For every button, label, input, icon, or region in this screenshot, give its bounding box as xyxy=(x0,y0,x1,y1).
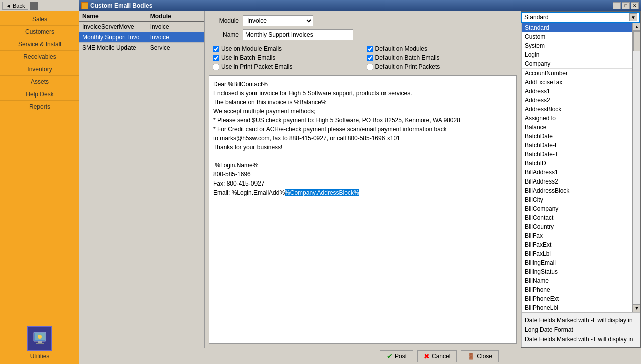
checkbox-default-modules: Default on Modules xyxy=(367,45,513,52)
list-item[interactable]: Company xyxy=(522,59,632,68)
list-item[interactable]: BillPhoneLbl xyxy=(522,303,632,312)
checkbox-use-print: Use in Print Packet Emails xyxy=(213,63,359,70)
title-bar: Custom Email Bodies — □ ✕ xyxy=(79,0,641,11)
checkbox-use-module: Use on Module Emails xyxy=(213,45,359,52)
list-item[interactable]: AccountNumber xyxy=(522,69,632,78)
table-header: Name Module xyxy=(79,11,204,22)
list-item[interactable]: AddExciseTax xyxy=(522,78,632,87)
row-module: Service xyxy=(147,43,204,53)
email-line: Dear %BillContact% xyxy=(213,80,512,89)
default-batch-label: Default on Batch Emails xyxy=(375,54,440,61)
table-row[interactable]: Monthly Support Invo Invoice xyxy=(79,32,204,43)
list-item[interactable]: Balance xyxy=(522,123,632,132)
dropdown-list[interactable]: Standard Custom System Login Company Acc… xyxy=(521,23,632,312)
email-body[interactable]: Dear %BillContact% Enclosed is your invo… xyxy=(209,75,517,344)
bottom-toolbar: ✔ Post ✖ Cancel 🚪 Close xyxy=(159,348,641,364)
list-item[interactable]: BillFaxExt xyxy=(522,240,632,249)
list-item[interactable]: Address2 xyxy=(522,96,632,105)
list-item[interactable]: BillAddress1 xyxy=(522,168,632,177)
main-window: Custom Email Bodies — □ ✕ Name Module In… xyxy=(79,0,641,364)
email-line: %Login.Name% xyxy=(213,161,512,170)
back-button[interactable]: ◄ Back xyxy=(2,2,28,10)
scroll-up-button[interactable]: ▲ xyxy=(633,23,640,31)
email-line: Enclosed is your invoice for High 5 Soft… xyxy=(213,89,512,98)
window-title: Custom Email Bodies xyxy=(90,2,152,9)
use-print-checkbox[interactable] xyxy=(213,64,219,70)
list-item[interactable]: Standard xyxy=(522,23,632,32)
sidebar-item-receivables[interactable]: Receivables xyxy=(0,51,79,63)
list-item[interactable]: Address1 xyxy=(522,87,632,96)
list-item[interactable]: BillAddress2 xyxy=(522,177,632,186)
svg-point-4 xyxy=(38,335,42,339)
default-modules-checkbox[interactable] xyxy=(367,46,373,52)
list-item[interactable]: BillingStatus xyxy=(522,267,632,276)
close-button[interactable]: 🚪 Close xyxy=(461,350,499,362)
close-window-button[interactable]: ✕ xyxy=(631,2,639,9)
list-item[interactable]: BatchDate xyxy=(522,132,632,141)
list-item[interactable]: BillCompany xyxy=(522,204,632,213)
list-item[interactable]: BillAddressBlock xyxy=(522,186,632,195)
sidebar-item-service[interactable]: Service & Install xyxy=(0,38,79,51)
dropdown-search-field[interactable]: Standard ▼ xyxy=(521,12,640,23)
name-input[interactable] xyxy=(243,29,353,40)
use-module-checkbox[interactable] xyxy=(213,46,219,52)
list-item[interactable]: BillPhoneExt xyxy=(522,294,632,303)
module-select[interactable]: Invoice xyxy=(243,15,313,26)
scroll-thumb[interactable] xyxy=(633,31,640,51)
default-batch-checkbox[interactable] xyxy=(367,55,373,61)
list-item[interactable]: BillCity xyxy=(522,195,632,204)
list-item[interactable]: BillName xyxy=(522,276,632,285)
row-name: Monthly Support Invo xyxy=(79,32,147,42)
sidebar-item-customers[interactable]: Customers xyxy=(0,26,79,38)
name-row: Name xyxy=(209,29,517,40)
list-item[interactable]: BatchID xyxy=(522,159,632,168)
sidebar-nav: Sales Customers Service & Install Receiv… xyxy=(0,11,79,115)
utilities-icon[interactable] xyxy=(27,326,52,351)
form-area: Module Invoice Name Use on Module Emails… xyxy=(205,11,521,348)
list-item[interactable]: BatchDate-L xyxy=(522,141,632,150)
list-item[interactable]: BillCountry xyxy=(522,222,632,231)
table-row[interactable]: InvoiceServerMove Invoice xyxy=(79,22,204,32)
scrollbar: ▲ ▼ xyxy=(632,23,640,312)
scroll-down-button[interactable]: ▼ xyxy=(633,304,640,312)
list-item[interactable]: BillingEmail xyxy=(522,258,632,267)
default-modules-label: Default on Modules xyxy=(375,45,427,52)
sidebar-item-inventory[interactable]: Inventory xyxy=(0,63,79,76)
table-row[interactable]: SME Mobile Update Service xyxy=(79,43,204,53)
list-item[interactable]: Login xyxy=(522,50,632,59)
use-module-label: Use on Module Emails xyxy=(221,45,282,52)
post-button[interactable]: ✔ Post xyxy=(380,350,413,362)
list-item[interactable]: BillPhone xyxy=(522,285,632,294)
checkbox-default-print: Default on Print Packets xyxy=(367,63,513,70)
sidebar-item-reports[interactable]: Reports xyxy=(0,101,79,113)
list-item[interactable]: System xyxy=(522,41,632,50)
list-item[interactable]: BillFax xyxy=(522,231,632,240)
sidebar-item-sales[interactable]: Sales xyxy=(0,13,79,26)
module-row: Module Invoice xyxy=(209,15,517,26)
dropdown-arrow-button[interactable]: ▼ xyxy=(629,13,637,21)
use-batch-checkbox[interactable] xyxy=(213,55,219,61)
name-label: Name xyxy=(209,31,239,38)
sidebar-utilities: Utilities xyxy=(0,322,79,364)
list-item[interactable]: BillFaxLbl xyxy=(522,249,632,258)
list-item[interactable]: AssignedTo xyxy=(522,114,632,123)
col-module-header: Module xyxy=(147,11,204,21)
minimize-button[interactable]: — xyxy=(613,2,621,9)
email-line: * Please send $US check payment to: High… xyxy=(213,116,512,125)
sidebar-item-utilities[interactable]: Utilities xyxy=(30,353,50,360)
title-bar-controls: — □ ✕ xyxy=(613,2,639,9)
list-item[interactable]: BatchDate-T xyxy=(522,150,632,159)
cancel-label: Cancel xyxy=(432,353,450,360)
default-print-checkbox[interactable] xyxy=(367,64,373,70)
email-line: 800-585-1696 xyxy=(213,170,512,179)
cancel-button[interactable]: ✖ Cancel xyxy=(417,350,457,362)
sidebar-item-helpdesk[interactable]: Help Desk xyxy=(0,88,79,101)
list-item[interactable]: BillContact xyxy=(522,213,632,222)
maximize-button[interactable]: □ xyxy=(622,2,630,9)
list-item[interactable]: Custom xyxy=(522,32,632,41)
sidebar-item-assets[interactable]: Assets xyxy=(0,76,79,88)
title-bar-left: Custom Email Bodies xyxy=(81,2,152,9)
list-item[interactable]: AddressBlock xyxy=(522,105,632,114)
email-line: The balance on this invoice is %Balance% xyxy=(213,98,512,107)
notes-panel: Date Fields Marked with -L will display … xyxy=(521,312,640,347)
